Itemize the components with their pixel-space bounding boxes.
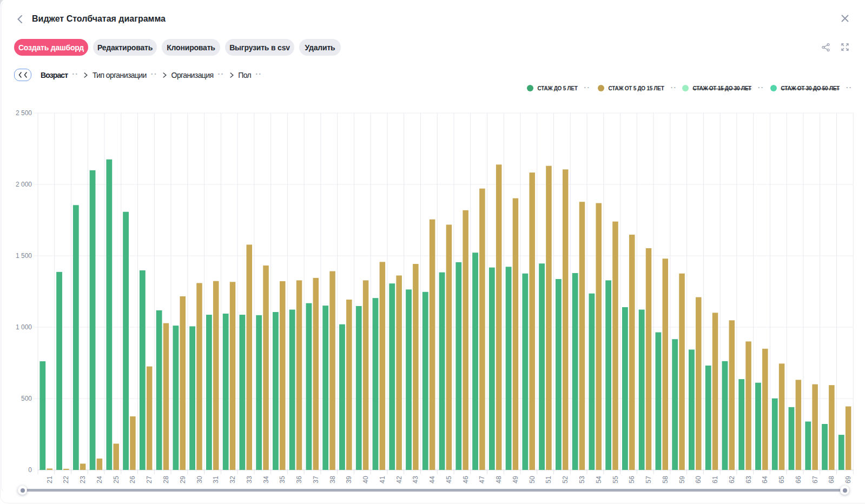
- svg-text:500: 500: [21, 395, 32, 402]
- svg-text:60: 60: [695, 476, 702, 483]
- svg-text:38: 38: [329, 476, 336, 483]
- svg-text:46: 46: [462, 476, 470, 483]
- svg-text:39: 39: [345, 476, 353, 483]
- svg-text:51: 51: [545, 476, 552, 483]
- svg-text:35: 35: [279, 476, 286, 483]
- svg-text:49: 49: [512, 476, 519, 483]
- svg-text:55: 55: [612, 476, 619, 483]
- svg-text:62: 62: [728, 476, 736, 483]
- svg-text:52: 52: [562, 476, 569, 483]
- svg-text:33: 33: [246, 476, 253, 483]
- svg-text:29: 29: [179, 476, 187, 483]
- svg-text:1 500: 1 500: [16, 252, 32, 260]
- svg-text:66: 66: [795, 476, 802, 483]
- svg-text:40: 40: [362, 476, 369, 483]
- svg-text:63: 63: [745, 476, 752, 483]
- svg-text:42: 42: [395, 476, 403, 483]
- svg-text:34: 34: [262, 476, 270, 483]
- svg-text:41: 41: [379, 476, 386, 483]
- svg-text:47: 47: [478, 476, 486, 483]
- svg-text:25: 25: [113, 476, 120, 483]
- svg-text:36: 36: [295, 476, 303, 483]
- svg-text:2 500: 2 500: [16, 109, 32, 117]
- svg-text:43: 43: [412, 476, 419, 483]
- svg-text:24: 24: [96, 476, 103, 483]
- svg-text:56: 56: [628, 476, 636, 483]
- svg-text:68: 68: [828, 476, 835, 483]
- svg-text:1 000: 1 000: [16, 323, 32, 331]
- svg-text:58: 58: [662, 476, 669, 483]
- svg-text:26: 26: [129, 476, 136, 483]
- svg-text:45: 45: [445, 476, 453, 483]
- svg-text:28: 28: [162, 476, 170, 483]
- svg-text:27: 27: [146, 476, 153, 483]
- svg-text:59: 59: [678, 476, 686, 483]
- svg-text:23: 23: [79, 476, 87, 483]
- svg-text:61: 61: [711, 476, 719, 483]
- svg-text:67: 67: [811, 476, 819, 483]
- svg-text:69: 69: [844, 476, 852, 483]
- svg-text:50: 50: [529, 476, 536, 483]
- svg-text:0: 0: [28, 466, 32, 474]
- svg-text:2 000: 2 000: [16, 181, 32, 188]
- svg-text:48: 48: [495, 476, 503, 483]
- svg-text:21: 21: [46, 476, 54, 483]
- svg-text:37: 37: [312, 476, 320, 483]
- svg-text:31: 31: [212, 476, 220, 483]
- svg-text:22: 22: [62, 476, 70, 483]
- svg-text:57: 57: [645, 476, 652, 483]
- svg-text:65: 65: [778, 476, 785, 483]
- svg-text:54: 54: [595, 476, 603, 483]
- svg-text:44: 44: [428, 476, 436, 483]
- svg-text:53: 53: [578, 476, 586, 483]
- svg-text:30: 30: [196, 476, 203, 483]
- svg-text:32: 32: [229, 476, 236, 483]
- svg-text:64: 64: [761, 476, 769, 483]
